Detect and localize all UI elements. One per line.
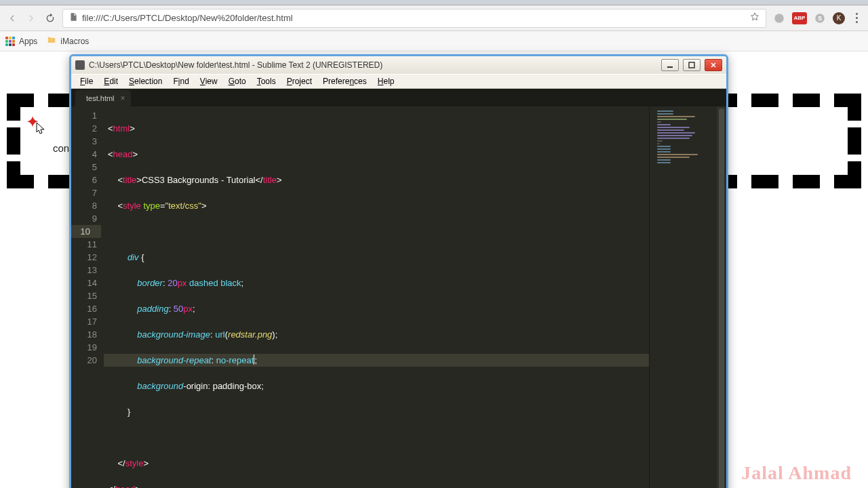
- menu-bar: File Edit Selection Find View Goto Tools…: [71, 74, 726, 89]
- maximize-button[interactable]: [683, 59, 701, 71]
- reload-icon: [45, 13, 56, 24]
- window-title: C:\Users\PTCL\Desktop\New folder\test.ht…: [89, 60, 657, 70]
- file-icon: [68, 12, 78, 24]
- skype-icon[interactable]: S: [812, 11, 827, 26]
- address-bar[interactable]: file:///C:/Users/PTCL/Desktop/New%20fold…: [62, 9, 766, 28]
- menu-view[interactable]: View: [195, 75, 222, 87]
- extension-k-icon[interactable]: K: [833, 12, 845, 24]
- editor-area[interactable]: 1 2 3 4 5 6 7 8 9 10 11 12 13 14 15 16 1…: [71, 89, 726, 488]
- folder-icon: [47, 35, 56, 47]
- tab-label: test.html: [86, 94, 115, 102]
- url-text: file:///C:/Users/PTCL/Desktop/New%20fold…: [82, 13, 293, 23]
- bookmark-imacros[interactable]: iMacros: [47, 35, 89, 47]
- menu-find[interactable]: Find: [168, 75, 193, 87]
- extension-icon-1[interactable]: [772, 11, 787, 26]
- vertical-scrollbar[interactable]: [717, 106, 726, 488]
- back-button[interactable]: [5, 12, 19, 25]
- menu-file[interactable]: File: [75, 75, 98, 87]
- menu-goto[interactable]: Goto: [224, 75, 251, 87]
- content-text: con: [53, 142, 69, 154]
- svg-rect-3: [667, 66, 673, 68]
- bookmark-star-button[interactable]: [749, 12, 760, 24]
- minimap[interactable]: [649, 106, 717, 488]
- apps-grid-icon: [5, 37, 15, 46]
- editor-body: test.html × 1 2 3 4 5 6 7 8 9 10 11 12 1…: [71, 89, 726, 488]
- arrow-right-icon: [26, 14, 36, 23]
- menu-edit[interactable]: Edit: [99, 75, 123, 87]
- bookmark-label: iMacros: [60, 37, 89, 46]
- tab-close-icon[interactable]: ×: [121, 94, 125, 103]
- forward-button[interactable]: [24, 12, 38, 25]
- reload-button[interactable]: [43, 12, 57, 25]
- arrow-left-icon: [7, 14, 17, 23]
- browser-toolbar: file:///C:/Users/PTCL/Desktop/New%20fold…: [0, 5, 868, 31]
- sublime-window[interactable]: C:\Users\PTCL\Desktop\New folder\test.ht…: [69, 54, 728, 488]
- mouse-cursor-icon: [36, 122, 47, 138]
- svg-text:S: S: [818, 15, 822, 22]
- menu-selection[interactable]: Selection: [124, 75, 167, 87]
- close-button[interactable]: [705, 59, 722, 71]
- window-titlebar[interactable]: C:\Users\PTCL\Desktop\New folder\test.ht…: [71, 56, 726, 74]
- apps-label: Apps: [19, 37, 37, 46]
- chrome-menu-button[interactable]: [850, 13, 863, 23]
- code-editor[interactable]: <html> <head> <title>CSS3 Backgrounds - …: [104, 106, 649, 488]
- menu-preferences[interactable]: Preferences: [318, 75, 372, 87]
- browser-tabstrip: [0, 0, 868, 5]
- adblock-icon[interactable]: ABP: [792, 12, 807, 24]
- tab-test-html[interactable]: test.html ×: [75, 90, 131, 106]
- svg-rect-4: [689, 62, 694, 68]
- menu-project[interactable]: Project: [282, 75, 317, 87]
- minimize-button[interactable]: [661, 59, 679, 71]
- svg-point-0: [774, 14, 784, 23]
- menu-help[interactable]: Help: [373, 75, 399, 87]
- tab-bar: test.html ×: [71, 89, 726, 106]
- menu-tools[interactable]: Tools: [252, 75, 281, 87]
- app-icon: [75, 60, 85, 70]
- watermark: Jalal Ahmad: [741, 462, 852, 484]
- line-number-gutter: 1 2 3 4 5 6 7 8 9 10 11 12 13 14 15 16 1…: [71, 106, 104, 488]
- bookmarks-bar: Apps iMacros: [0, 31, 868, 52]
- apps-shortcut[interactable]: Apps: [5, 37, 37, 46]
